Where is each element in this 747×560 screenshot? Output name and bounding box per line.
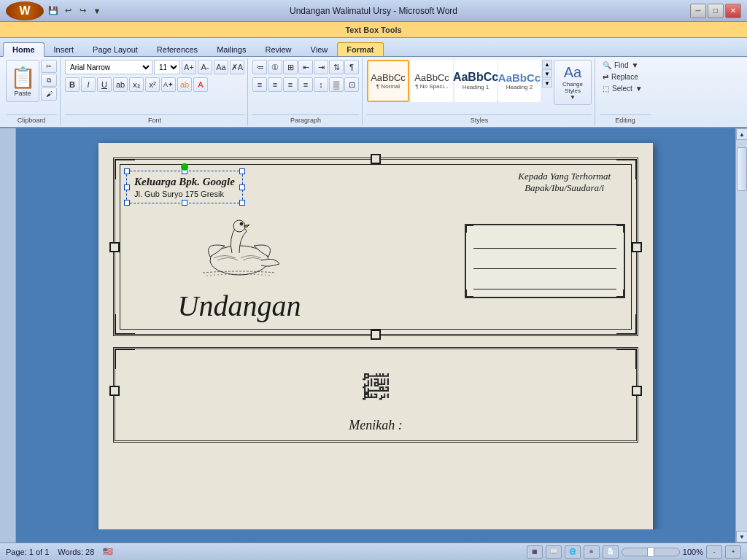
style-no-spacing[interactable]: AaBbCc ¶ No Spaci... bbox=[411, 60, 453, 102]
s2-corner-tl bbox=[115, 349, 135, 369]
zoom-level: 100% bbox=[683, 548, 703, 556]
tab-view[interactable]: View bbox=[301, 42, 338, 56]
justify-button[interactable]: ≡ bbox=[298, 77, 313, 92]
full-reading-btn[interactable]: 📖 bbox=[546, 545, 562, 559]
strikethrough-button[interactable]: ab bbox=[113, 77, 128, 92]
style-scroll-up[interactable]: ▲ bbox=[542, 60, 552, 69]
invitation-inner-border: Keluarga Bpk. Google Jl. Gub Suryo 175 G… bbox=[120, 164, 632, 330]
grow-font-button[interactable]: A+ bbox=[182, 60, 196, 74]
find-button[interactable]: 🔍 Find ▼ bbox=[600, 60, 651, 71]
zoom-out-btn[interactable]: - bbox=[706, 545, 722, 559]
select-button[interactable]: ⬚ Select ▼ bbox=[600, 83, 651, 94]
align-center-button[interactable]: ≡ bbox=[268, 77, 282, 92]
tab-page-layout[interactable]: Page Layout bbox=[83, 42, 147, 56]
line-spacing-button[interactable]: ↕ bbox=[314, 77, 328, 92]
handle-bl[interactable] bbox=[124, 200, 130, 206]
sender-address: Jl. Gub Suryo 175 Gresik bbox=[134, 190, 235, 198]
shrink-font-button[interactable]: A- bbox=[198, 60, 212, 74]
sender-textbox[interactable]: Keluarga Bpk. Google Jl. Gub Suryo 175 G… bbox=[126, 171, 243, 203]
change-case-button[interactable]: Aa bbox=[214, 60, 228, 74]
scroll-down-button[interactable]: ▼ bbox=[736, 531, 747, 542]
font-row-2: B I U ab x₂ x² A✦ ab A bbox=[65, 77, 208, 92]
side-deco-top bbox=[371, 154, 381, 164]
font-name-select[interactable]: Arial Narrow bbox=[65, 60, 152, 74]
clear-format-button[interactable]: ✗A bbox=[230, 60, 244, 74]
tab-insert[interactable]: Insert bbox=[44, 42, 84, 56]
align-right-button[interactable]: ≡ bbox=[283, 77, 298, 92]
redo-quick-btn[interactable]: ↪ bbox=[76, 4, 89, 18]
handle-ml[interactable] bbox=[124, 184, 130, 190]
handle-mr[interactable] bbox=[239, 184, 245, 190]
menikah-text: Menikah : bbox=[123, 418, 629, 433]
format-painter-button[interactable]: 🖌 bbox=[41, 88, 57, 101]
highlight-button[interactable]: ab bbox=[177, 77, 192, 92]
tab-home[interactable]: Home bbox=[3, 42, 44, 57]
change-styles-button[interactable]: Aa Change Styles ▼ bbox=[554, 60, 592, 105]
style-no-spacing-label: ¶ No Spaci... bbox=[415, 84, 449, 90]
style-normal[interactable]: AaBbCc ¶ Normal bbox=[367, 60, 409, 102]
handle-br[interactable] bbox=[239, 200, 245, 206]
maximize-button[interactable]: □ bbox=[708, 4, 724, 18]
document-area[interactable]: Keluarga Bpk. Google Jl. Gub Suryo 175 G… bbox=[16, 128, 735, 529]
bold-button[interactable]: B bbox=[65, 77, 80, 92]
style-scroll-down[interactable]: ▼ bbox=[542, 69, 552, 78]
scroll-up-button[interactable]: ▲ bbox=[736, 128, 747, 140]
text-effect-button[interactable]: A✦ bbox=[161, 77, 176, 92]
subscript-button[interactable]: x₂ bbox=[129, 77, 144, 92]
outline-btn[interactable]: ≡ bbox=[584, 545, 600, 559]
border-button[interactable]: ⊡ bbox=[344, 77, 359, 92]
select-icon: ⬚ bbox=[603, 85, 609, 93]
tab-review[interactable]: Review bbox=[255, 42, 301, 56]
handle-tr[interactable] bbox=[239, 168, 245, 174]
show-marks-button[interactable]: ¶ bbox=[344, 60, 359, 74]
cut-button[interactable]: ✂ bbox=[41, 60, 57, 73]
sort-button[interactable]: ⇅ bbox=[329, 60, 344, 74]
undo-quick-btn[interactable]: ↩ bbox=[61, 4, 74, 18]
select-arrow: ▼ bbox=[635, 85, 643, 93]
title-bar-left: W 💾 ↩ ↪ ▼ bbox=[6, 1, 104, 20]
superscript-button[interactable]: x² bbox=[145, 77, 160, 92]
zoom-thumb[interactable] bbox=[647, 547, 654, 557]
textbox-anchor-handle[interactable] bbox=[181, 163, 188, 171]
font-size-select[interactable]: 11 bbox=[154, 60, 180, 74]
tab-mailings[interactable]: Mailings bbox=[207, 42, 255, 56]
bismillah-area: ﷽ bbox=[123, 364, 629, 411]
close-button[interactable]: ✕ bbox=[725, 4, 741, 18]
italic-button[interactable]: I bbox=[81, 77, 96, 92]
font-color-button[interactable]: A bbox=[193, 77, 208, 92]
addr-line-1 bbox=[473, 233, 616, 249]
editing-label: Editing bbox=[600, 114, 651, 124]
bullets-button[interactable]: ≔ bbox=[252, 60, 267, 74]
tab-references[interactable]: References bbox=[147, 42, 207, 56]
increase-indent-button[interactable]: ⇥ bbox=[314, 60, 328, 74]
recipient-info: Kepada Yang Terhormat Bapak/Ibu/Saudara/… bbox=[518, 171, 625, 194]
numbering-button[interactable]: ① bbox=[268, 60, 282, 74]
style-heading2[interactable]: AaBbCc Heading 2 bbox=[498, 60, 541, 102]
customize-quick-btn[interactable]: ▼ bbox=[90, 4, 104, 18]
office-button[interactable]: W bbox=[6, 1, 44, 20]
tab-format[interactable]: Format bbox=[337, 42, 383, 56]
zoom-slider[interactable] bbox=[622, 548, 680, 556]
style-heading1[interactable]: AaBbCc Heading 1 bbox=[454, 60, 497, 102]
handle-tl[interactable] bbox=[124, 168, 130, 174]
replace-button[interactable]: ⇄ Replace bbox=[600, 71, 651, 82]
multilevel-list-button[interactable]: ⊞ bbox=[283, 60, 298, 74]
copy-button[interactable]: ⧉ bbox=[41, 74, 57, 87]
font-group: Arial Narrow 11 A+ A- Aa ✗A B I U ab x₂ bbox=[62, 58, 248, 125]
save-quick-btn[interactable]: 💾 bbox=[47, 4, 60, 18]
underline-button[interactable]: U bbox=[97, 77, 112, 92]
web-layout-btn[interactable]: 🌐 bbox=[565, 545, 581, 559]
editing-group: 🔍 Find ▼ ⇄ Replace ⬚ Select ▼ Editing bbox=[597, 58, 654, 125]
align-left-button[interactable]: ≡ bbox=[252, 77, 267, 92]
minimize-button[interactable]: ─ bbox=[690, 4, 706, 18]
draft-btn[interactable]: 📄 bbox=[603, 545, 619, 559]
decrease-indent-button[interactable]: ⇤ bbox=[298, 60, 313, 74]
scroll-track bbox=[736, 140, 747, 531]
style-scroll-more[interactable]: ▼ bbox=[542, 79, 552, 88]
zoom-in-btn[interactable]: + bbox=[725, 545, 741, 559]
print-layout-btn[interactable]: ▦ bbox=[527, 545, 543, 559]
scroll-thumb[interactable] bbox=[737, 147, 747, 191]
handle-bm[interactable] bbox=[182, 200, 187, 206]
shading-button[interactable]: ▓ bbox=[329, 77, 344, 92]
paste-button[interactable]: 📋 Paste bbox=[6, 60, 39, 102]
